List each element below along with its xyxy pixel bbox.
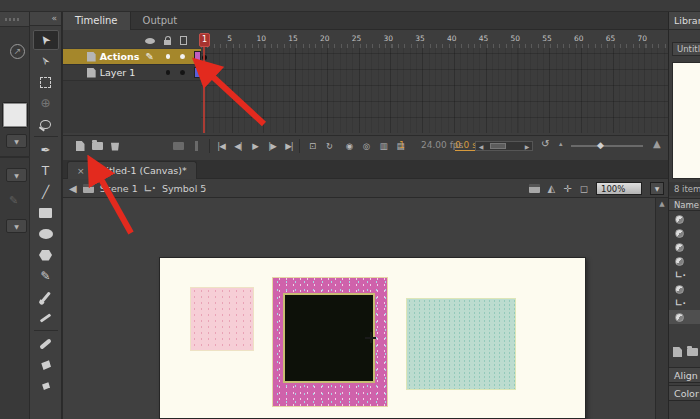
layer-outline-color-swatch[interactable] — [194, 51, 201, 62]
layer-visibility-dot[interactable] — [166, 70, 171, 75]
ruler-frame-number-5[interactable]: 5 — [221, 34, 239, 43]
ruler-frame-number-30[interactable]: 30 — [379, 34, 397, 43]
elapsed-time-value[interactable]: 0.0 s — [455, 140, 477, 151]
document-tab[interactable]: × Untitled-1 (Canvas)* — [67, 161, 197, 179]
ruler-frame-number-65[interactable]: 65 — [602, 34, 620, 43]
step-back-button[interactable]: ◀| — [233, 141, 243, 151]
new-folder-button[interactable] — [92, 142, 103, 150]
onion-skin-button[interactable]: ◉ — [344, 141, 354, 151]
scroll-right-icon[interactable]: ▶ — [522, 143, 532, 150]
layer-lock-dot[interactable] — [180, 70, 185, 75]
outline-column-icon[interactable] — [180, 36, 187, 45]
delete-layer-button[interactable] — [110, 142, 120, 151]
frames-grid[interactable] — [201, 48, 669, 133]
center-stage-icon[interactable]: ✛ — [563, 183, 571, 194]
library-item-2[interactable] — [669, 226, 700, 240]
ruler-frame-number-25[interactable]: 25 — [348, 34, 366, 43]
tab-align[interactable]: Align — [669, 367, 700, 383]
canvas-vertical-scrollbar[interactable]: ▲ — [655, 198, 668, 419]
collapse-panel-icon[interactable]: « — [30, 12, 61, 26]
ruler-frame-number-35[interactable]: 35 — [411, 34, 429, 43]
library-item-3[interactable] — [669, 240, 700, 254]
3d-rotation-tool[interactable]: ⊕ — [33, 93, 59, 113]
scrollbar-thumb[interactable] — [490, 143, 506, 149]
canvas-pasteboard[interactable] — [62, 198, 655, 419]
clip-to-stage-icon[interactable]: ◻ — [580, 183, 588, 194]
brush-tool[interactable] — [33, 287, 59, 307]
zoom-dropdown-icon[interactable]: ▼ — [650, 182, 664, 195]
step-forward-button[interactable]: |▶ — [267, 141, 277, 151]
circle-arrow-icon[interactable]: ↗ — [10, 44, 25, 59]
layer-row-layer-1[interactable]: Layer 1 — [63, 65, 201, 81]
text-tool[interactable]: T — [33, 161, 59, 181]
go-to-first-frame-button[interactable]: |◀ — [216, 141, 226, 151]
ruler-frame-number-50[interactable]: 50 — [506, 34, 524, 43]
loop-playback-button[interactable]: ↻ — [324, 141, 334, 151]
library-name-column-header[interactable]: Name — [669, 198, 700, 211]
stage-shape-pink-square[interactable] — [190, 287, 254, 351]
playhead[interactable]: 1 — [199, 33, 210, 47]
edit-multiple-frames-button[interactable]: ▥ — [378, 141, 388, 151]
tab-color[interactable]: Color — [669, 385, 700, 401]
polystar-tool[interactable] — [33, 245, 59, 265]
layer-row-actions[interactable]: Actions✎ — [63, 49, 201, 65]
current-frame-value[interactable]: 1 — [399, 140, 405, 150]
new-folder-button[interactable] — [687, 348, 698, 356]
layer-lock-dot[interactable] — [180, 54, 185, 59]
zoom-in-timeline-icon[interactable]: ▲ — [653, 138, 661, 149]
zoom-level-input[interactable]: 100% — [596, 182, 642, 195]
lock-column-icon[interactable] — [164, 40, 171, 45]
selection-tool[interactable]: ➤ — [33, 30, 59, 50]
back-arrow-icon[interactable]: ◀ — [69, 183, 77, 194]
zoom-out-timeline-icon[interactable]: ▴ — [559, 140, 563, 148]
edit-scene-icon[interactable] — [529, 184, 540, 193]
library-item-1[interactable] — [669, 212, 700, 226]
dropdown-button[interactable]: ▼ — [6, 219, 27, 233]
free-transform-tool[interactable] — [33, 72, 59, 92]
timeline-ruler[interactable] — [201, 33, 669, 48]
lasso-tool[interactable] — [33, 114, 59, 134]
pen-tool[interactable]: ✒ — [33, 140, 59, 160]
add-camera-button[interactable] — [173, 142, 184, 150]
stage-shape-teal-square[interactable] — [406, 298, 516, 390]
go-to-last-frame-button[interactable]: ▶| — [284, 141, 294, 151]
library-item-6[interactable] — [669, 282, 700, 296]
layer-visibility-dot[interactable] — [166, 54, 171, 59]
rectangle-tool[interactable] — [33, 203, 59, 223]
timeline-scrollbar[interactable]: ◀ ▶ — [475, 141, 533, 151]
library-item-4[interactable] — [669, 254, 700, 268]
layer-outline-color-swatch[interactable] — [194, 67, 201, 78]
dropdown-button[interactable]: ▼ — [6, 134, 27, 148]
bone-tool[interactable] — [33, 334, 59, 354]
scroll-up-icon[interactable]: ▲ — [656, 200, 668, 208]
timeline-zoom-slider[interactable]: ◆ — [571, 145, 643, 147]
onion-skin-outlines-button[interactable]: ◎ — [361, 141, 371, 151]
show-layer-depth-button[interactable] — [191, 141, 201, 151]
library-item-5[interactable]: ∟· — [669, 268, 700, 282]
tab-output[interactable]: Output — [131, 12, 190, 30]
ruler-frame-number-45[interactable]: 45 — [475, 34, 493, 43]
oval-tool[interactable] — [33, 224, 59, 244]
close-document-icon[interactable]: × — [77, 166, 85, 176]
paint-bucket-tool[interactable] — [33, 355, 59, 375]
breadcrumb-scene[interactable]: Scene 1 — [100, 183, 138, 194]
ruler-frame-number-70[interactable]: 70 — [633, 34, 651, 43]
dropdown-button[interactable]: ▼ — [6, 168, 27, 182]
play-button[interactable]: ▶ — [250, 141, 260, 151]
ruler-frame-number-15[interactable]: 15 — [284, 34, 302, 43]
center-frame-button[interactable]: ⊡ — [307, 141, 317, 151]
line-tool[interactable]: ╱ — [33, 182, 59, 202]
library-item-8[interactable] — [669, 310, 700, 324]
tab-library[interactable]: Library — [669, 12, 700, 30]
ink-bottle-tool[interactable] — [33, 376, 59, 396]
pencil-tool[interactable]: ✎ — [33, 266, 59, 286]
ruler-frame-number-60[interactable]: 60 — [570, 34, 588, 43]
ruler-frame-number-55[interactable]: 55 — [538, 34, 556, 43]
tab-timeline[interactable]: Timeline — [63, 12, 131, 30]
stage[interactable] — [159, 257, 586, 419]
ruler-frame-number-40[interactable]: 40 — [443, 34, 461, 43]
show-hide-column-icon[interactable] — [145, 38, 155, 44]
scroll-left-icon[interactable]: ◀ — [476, 143, 486, 150]
edit-symbols-icon[interactable]: ◭ — [548, 183, 556, 194]
library-document-select[interactable]: Untitled-1 — [672, 42, 700, 56]
